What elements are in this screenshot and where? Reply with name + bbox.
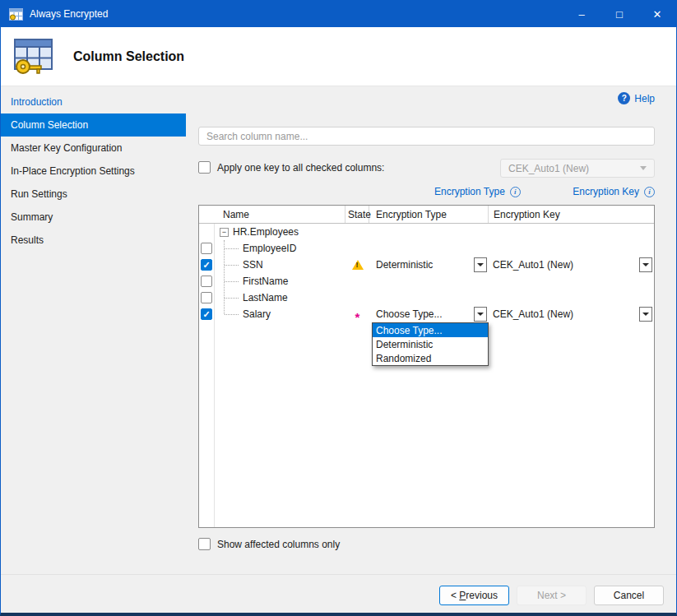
help-label: Help <box>634 93 655 104</box>
sidebar-item-column-selection[interactable]: Column Selection <box>1 113 186 137</box>
col-header-encryption-type[interactable]: Encryption Type <box>369 206 489 223</box>
dropdown-option-choose-type[interactable]: Choose Type... <box>373 323 488 337</box>
encryption-key-info-icon[interactable]: i <box>644 187 655 197</box>
app-icon <box>9 8 23 21</box>
table-row-firstname: FirstName <box>199 273 654 289</box>
cek-global-value: CEK_Auto1 (New) <box>508 163 589 174</box>
previous-button[interactable]: < Previous <box>439 586 509 605</box>
col-header-checkbox <box>199 206 214 223</box>
tree-stub <box>225 248 239 249</box>
col-header-state[interactable]: State <box>345 206 369 223</box>
ssn-encryption-key-value: CEK_Auto1 (New) <box>493 259 573 271</box>
table-group-row: HR.Employees <box>199 224 654 240</box>
sidebar-item-run-settings[interactable]: Run Settings <box>1 183 186 206</box>
tree-stub <box>225 298 239 299</box>
columns-grid: Name State Encryption Type Encryption Ke… <box>198 205 655 528</box>
tree-stub <box>225 314 239 315</box>
minimize-button[interactable]: – <box>563 1 600 27</box>
wizard-header: Column Selection <box>1 27 676 86</box>
lastname-checkbox[interactable] <box>201 292 212 303</box>
salary-checkbox[interactable] <box>201 308 212 320</box>
next-button[interactable]: Next > <box>517 586 587 605</box>
search-input[interactable] <box>198 127 655 146</box>
help-icon: ? <box>618 92 630 104</box>
window-controls: – □ ✕ <box>563 1 676 27</box>
salary-encryption-key-dropdown-button[interactable] <box>639 307 652 322</box>
column-name-label: Salary <box>243 308 271 320</box>
table-row-salary: Salary * Choose Type... CEK_Auto1 (New) <box>199 306 654 322</box>
encryption-type-dropdown-list: Choose Type... Deterministic Randomized <box>372 322 489 366</box>
ssn-checkbox[interactable] <box>201 259 212 271</box>
table-group-label: HR.Employees <box>233 226 299 238</box>
table-row-employeeid: EmployeeID <box>199 240 654 257</box>
apply-one-key-checkbox[interactable] <box>198 161 211 174</box>
sidebar-item-summary[interactable]: Summary <box>1 206 186 229</box>
footer-divider <box>1 574 676 575</box>
page-title: Column Selection <box>73 49 184 64</box>
maximize-button[interactable]: □ <box>600 1 638 27</box>
tree-stub <box>225 281 239 282</box>
table-key-icon <box>11 37 55 76</box>
required-icon: * <box>355 311 360 323</box>
table-row-lastname: LastName <box>199 289 654 306</box>
tree-connector-line <box>224 240 225 314</box>
dropdown-option-deterministic[interactable]: Deterministic <box>373 337 488 351</box>
encryption-type-link[interactable]: Encryption Type <box>434 186 505 197</box>
dropdown-option-randomized[interactable]: Randomized <box>373 351 488 365</box>
salary-encryption-type-value: Choose Type... <box>376 308 443 320</box>
column-links-row: Encryption Type i Encryption Key i <box>198 186 655 199</box>
titlebar: Always Encrypted – □ ✕ <box>1 1 676 27</box>
ssn-encryption-type-value: Deterministic <box>376 259 433 271</box>
salary-encryption-key-value: CEK_Auto1 (New) <box>493 308 573 320</box>
col-header-encryption-key[interactable]: Encryption Key <box>489 206 654 223</box>
wizard-steps-sidebar: Introduction Column Selection Master Key… <box>1 86 186 613</box>
col-header-name[interactable]: Name <box>214 206 345 223</box>
employeeid-checkbox[interactable] <box>201 243 212 254</box>
cancel-button[interactable]: Cancel <box>594 586 664 605</box>
ssn-encryption-key-dropdown-button[interactable] <box>639 257 652 272</box>
firstname-checkbox[interactable] <box>201 276 212 287</box>
encryption-key-link[interactable]: Encryption Key <box>573 186 639 197</box>
tree-stub <box>225 265 239 266</box>
show-affected-checkbox[interactable] <box>198 538 211 550</box>
tree-collapse-icon[interactable] <box>220 228 229 237</box>
table-row-ssn: SSN Deterministic CEK_Auto1 (New) <box>199 257 654 273</box>
sidebar-item-results[interactable]: Results <box>1 229 186 252</box>
sidebar-item-introduction[interactable]: Introduction <box>1 90 186 113</box>
cek-global-dropdown[interactable]: CEK_Auto1 (New) <box>500 159 655 178</box>
column-name-label: LastName <box>243 292 288 303</box>
sidebar-item-master-key-configuration[interactable]: Master Key Configuration <box>1 137 186 160</box>
close-button[interactable]: ✕ <box>638 1 676 27</box>
encryption-type-info-icon[interactable]: i <box>510 187 521 197</box>
chevron-down-icon <box>640 166 647 170</box>
grid-header-row: Name State Encryption Type Encryption Ke… <box>199 206 654 224</box>
window-title: Always Encrypted <box>30 8 108 20</box>
apply-one-key-row: Apply one key to all checked columns: <box>198 161 384 174</box>
always-encrypted-wizard-window: Always Encrypted – □ ✕ Column Selection <box>0 0 677 616</box>
main-content: ? Help Apply one key to all checked colu… <box>186 86 676 613</box>
apply-one-key-label: Apply one key to all checked columns: <box>217 162 384 174</box>
sidebar-item-in-place-encryption-settings[interactable]: In-Place Encryption Settings <box>1 160 186 183</box>
column-name-label: FirstName <box>243 276 288 287</box>
warning-icon <box>352 260 364 270</box>
footer-buttons: < Previous Next > Cancel <box>439 586 664 605</box>
column-name-label: EmployeeID <box>243 243 296 254</box>
column-name-label: SSN <box>243 259 263 271</box>
salary-encryption-type-dropdown-button[interactable] <box>474 307 487 322</box>
checkbox-column-separator <box>214 206 215 527</box>
show-affected-label: Show affected columns only <box>217 539 340 550</box>
show-affected-row: Show affected columns only <box>198 538 340 550</box>
ssn-encryption-type-dropdown-button[interactable] <box>474 257 487 272</box>
help-link[interactable]: ? Help <box>618 92 655 104</box>
